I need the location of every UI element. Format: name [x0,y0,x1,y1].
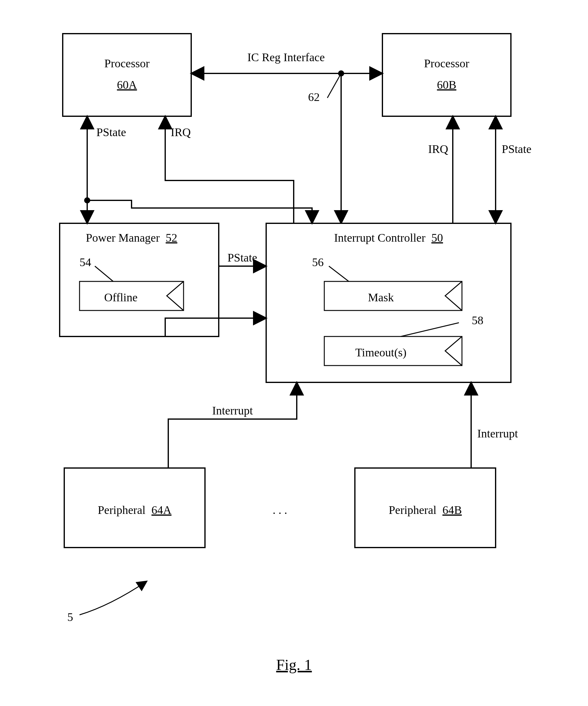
pm-out-label: PState [227,251,257,264]
pa-pstate-label: PState [96,126,126,139]
interrupt-controller: Interrupt Controller 50 Mask 56 Timeout(… [266,223,511,382]
peripheral-a-ref: 64A [151,504,172,516]
bus-ref-leader [327,73,341,98]
ic-ref: 50 [431,231,443,244]
svg-rect-1 [63,34,191,116]
processor-a: Processor 60A [63,34,191,116]
pa-interrupt [168,382,297,468]
timeout-label: Timeout(s) [355,346,406,359]
svg-text:Peripheral
      64B: Peripheral 64B [389,504,462,516]
mask-register: Mask [324,281,462,311]
processor-b-name: Processor [424,57,469,70]
processor-b-ref: 60B [437,78,456,91]
offline-ref: 54 [80,256,91,269]
svg-text:Peripheral
      64A: Peripheral 64A [97,504,172,516]
pa-irq-label: IRQ [171,126,191,139]
pb-interrupt-label: Interrupt [477,427,518,440]
pb-pstate-label: PState [502,143,532,155]
figure-label: Fig. 1 [276,656,312,673]
power-manager: Power Manager 52 Offline 54 [60,223,219,337]
power-manager-ref: 52 [166,231,178,244]
system-ref: 5 [67,611,73,623]
svg-rect-2 [382,34,511,116]
timeout-register: Timeout(s) [324,337,462,365]
mask-ref: 56 [312,256,324,269]
peripheral-b-ref: 64B [442,504,462,516]
processor-a-name: Processor [104,57,150,70]
peripheral-ellipsis: . . . [273,504,287,516]
peripheral-b: Peripheral 64B [355,468,496,548]
offline-register: Offline [80,281,184,311]
pa-interrupt-label: Interrupt [212,404,253,417]
mask-label: Mask [368,291,394,304]
processor-b: Processor 60B [382,34,511,116]
ic-name: Interrupt Controller [334,231,426,244]
pb-irq-label: IRQ [428,143,448,155]
peripheral-b-name: Peripheral [389,504,436,516]
offline-label: Offline [104,291,138,304]
diagram: Processor 60A Processor 60B IC Reg Inter… [0,0,588,706]
bus-ref: 62 [308,90,320,104]
peripheral-a: Peripheral 64A [64,468,205,548]
processor-a-ref: 60A [117,78,137,91]
system-ref-leader [80,581,147,615]
peripheral-a-name: Peripheral [97,504,145,516]
bus-label: IC Reg Interface [247,51,324,64]
power-manager-name: Power Manager [86,231,160,244]
timeout-ref: 58 [472,314,483,327]
svg-text:Interrupt Controller
      50: Interrupt Controller 50 [334,231,443,244]
pa-pstate-to-ic [87,200,312,223]
